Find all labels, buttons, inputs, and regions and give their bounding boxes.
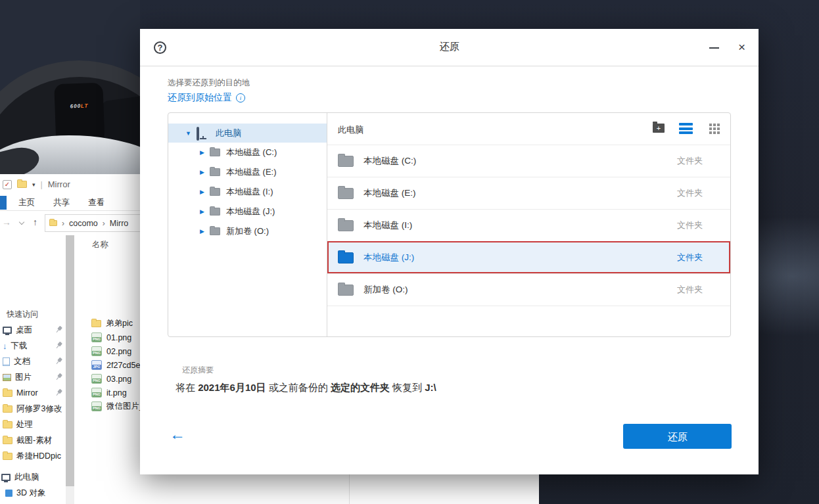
dialog-title: 还原 [140, 41, 759, 53]
tree-node-this-pc[interactable]: ▼ 此电脑 [168, 124, 327, 143]
screen: 600LT ✓ ▾ | Mirror 主页 共享 查看 → ↑ › cocomo [0, 0, 819, 504]
new-folder-icon[interactable]: + [653, 124, 665, 133]
restore-summary-text: 将在 2021年6月10日 或之前备份的 选定的文件夹 恢复到 J:\ [176, 382, 436, 394]
destination-tree: ▼ 此电脑 ▶本地磁盘 (C:) ▶本地磁盘 (E:) ▶本地磁盘 (I:) ▶… [168, 113, 327, 336]
back-button[interactable]: ← [170, 426, 185, 442]
png-file-icon: PNG [91, 346, 102, 356]
breadcrumb-cocomo[interactable]: cocomo [69, 219, 98, 228]
folder-icon [210, 208, 220, 216]
folder-icon [338, 156, 354, 167]
sidebar-item-folder[interactable]: 希捷HDDpic [0, 448, 66, 464]
drive-row-j-selected[interactable]: 本地磁盘 (J:)文件夹 [327, 241, 730, 273]
jpg-file-icon: JPG [91, 360, 102, 370]
history-dropdown-icon[interactable] [19, 219, 24, 225]
tree-node-drive-e[interactable]: ▶本地磁盘 (E:) [168, 162, 327, 182]
properties-check-icon[interactable]: ✓ [3, 180, 12, 189]
close-icon[interactable]: × [738, 39, 745, 55]
sidebar-scrollbar[interactable] [66, 235, 74, 504]
sidebar-item-videos[interactable]: 视频 [0, 501, 66, 504]
sidebar-item-3d-objects[interactable]: 3D 对象 [0, 485, 66, 501]
caret-right-icon[interactable]: ▶ [200, 208, 204, 215]
folder-icon [3, 390, 12, 397]
caret-right-icon[interactable]: ▶ [200, 169, 204, 175]
list-location-label: 此电脑 [338, 124, 363, 136]
original-location-row: 还原到原始位置 i [168, 92, 245, 104]
titlebar-divider: | [41, 180, 43, 189]
documents-icon [3, 357, 10, 366]
sidebar-item-folder[interactable]: 阿修罗3修改 [0, 401, 66, 417]
caret-right-icon[interactable]: ▶ [200, 149, 204, 156]
png-file-icon: PNG [91, 332, 102, 342]
tree-node-drive-o[interactable]: ▶新加卷 (O:) [168, 221, 327, 241]
png-file-icon: PNG [91, 388, 102, 398]
tree-node-drive-c[interactable]: ▶本地磁盘 (C:) [168, 143, 327, 162]
breadcrumb-mirror[interactable]: Mirro [110, 219, 128, 228]
drive-row-o[interactable]: 新加卷 (O:)文件夹 [327, 273, 730, 306]
folder-icon [338, 188, 354, 199]
folder-icon [3, 437, 12, 444]
restore-original-location-link[interactable]: 还原到原始位置 [168, 92, 232, 104]
png-file-icon: PNG [91, 374, 102, 384]
dialog-titlebar: ? 还原 × [140, 29, 759, 66]
pin-icon [54, 356, 64, 366]
desktop-icon [3, 327, 12, 334]
drive-row-e[interactable]: 本地磁盘 (E:)文件夹 [327, 177, 730, 209]
scrollbar-thumb[interactable] [66, 235, 74, 486]
ribbon-tab-home[interactable]: 主页 [18, 197, 35, 208]
sidebar-item-documents[interactable]: 文档 [0, 354, 66, 369]
sidebar-quick-access[interactable]: 快速访问 [0, 306, 66, 322]
forward-arrow-icon[interactable]: → [2, 217, 11, 227]
summary-target: J:\ [425, 382, 436, 393]
sidebar-item-folder[interactable]: 截图-素材 [0, 432, 66, 448]
folder-icon [210, 149, 220, 156]
new-folder-qat-icon[interactable] [17, 181, 27, 188]
destination-picker-panel: ▼ 此电脑 ▶本地磁盘 (C:) ▶本地磁盘 (E:) ▶本地磁盘 (I:) ▶… [168, 112, 731, 337]
background-app-window-edge [349, 474, 539, 504]
tree-node-drive-i[interactable]: ▶本地磁盘 (I:) [168, 182, 327, 202]
pin-icon [54, 388, 64, 398]
tree-node-drive-j[interactable]: ▶本地磁盘 (J:) [168, 202, 327, 221]
restore-summary-label: 还原摘要 [182, 365, 214, 376]
folder-icon [210, 188, 220, 196]
pin-icon [54, 325, 64, 334]
sidebar-item-this-pc[interactable]: 此电脑 [0, 469, 66, 485]
qat-dropdown-icon[interactable]: ▾ [32, 181, 35, 188]
destination-list: 此电脑 + 本地磁盘 (C:)文件夹 本地磁盘 (E:)文件夹 本地磁盘 (I:… [327, 113, 730, 336]
pictures-icon [3, 374, 11, 381]
info-icon[interactable]: i [236, 93, 245, 103]
minimize-button[interactable] [709, 47, 719, 49]
restore-dialog: ? 还原 × 选择要还原到的目的地 还原到原始位置 i ▼ 此电脑 ▶本地磁盘 … [140, 29, 759, 474]
pin-icon [54, 340, 64, 350]
3d-objects-icon [5, 490, 12, 497]
drive-row-i[interactable]: 本地磁盘 (I:)文件夹 [327, 209, 730, 241]
column-header-name[interactable]: 名称 [92, 239, 108, 250]
downloads-icon: ↓ [3, 341, 7, 351]
list-view-icon[interactable] [679, 123, 693, 134]
ribbon-tab-share[interactable]: 共享 [53, 197, 70, 208]
summary-selection: 选定的文件夹 [331, 382, 390, 393]
list-header: 此电脑 + [327, 113, 730, 145]
restore-button[interactable]: 还原 [623, 424, 732, 449]
caret-right-icon[interactable]: ▶ [200, 228, 204, 235]
sidebar-item-mirror[interactable]: Mirror [0, 385, 66, 401]
crumb-separator: › [62, 219, 64, 228]
summary-date: 2021年6月10日 [198, 382, 266, 393]
destination-instruction: 选择要还原到的目的地 [168, 78, 250, 89]
this-pc-icon [1, 474, 11, 481]
address-folder-icon [49, 220, 57, 226]
sidebar-item-desktop[interactable]: 桌面 [0, 322, 66, 338]
ribbon-tab-view[interactable]: 查看 [88, 197, 105, 208]
up-arrow-icon[interactable]: ↑ [33, 217, 37, 227]
crumb-separator: › [103, 219, 105, 228]
file-menu-button[interactable] [0, 196, 7, 210]
caret-right-icon[interactable]: ▶ [200, 189, 204, 195]
sidebar-item-folder[interactable]: 处理 [0, 417, 66, 432]
grid-view-icon[interactable] [709, 124, 720, 134]
folder-icon [3, 405, 12, 413]
drive-row-c[interactable]: 本地磁盘 (C:)文件夹 [327, 145, 730, 177]
folder-icon [210, 168, 220, 176]
sidebar-item-pictures[interactable]: 图片 [0, 369, 66, 385]
caret-down-icon[interactable]: ▼ [185, 130, 191, 137]
explorer-sidebar: 快速访问 桌面 ↓下载 文档 图片 Mirror 阿修罗3修改 处理 截图-素材… [0, 235, 66, 504]
sidebar-item-downloads[interactable]: ↓下载 [0, 338, 66, 354]
